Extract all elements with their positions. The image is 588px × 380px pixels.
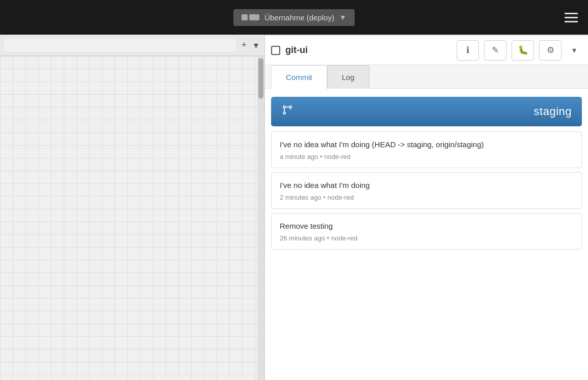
tab-commit[interactable]: Commit [271, 65, 327, 89]
commits-list: I've no idea what I'm doing (HEAD -> sta… [265, 131, 588, 254]
info-icon: ℹ [466, 45, 469, 56]
grid-scrollbar-thumb [258, 58, 263, 99]
hamburger-line-1 [565, 13, 578, 14]
commit-author-0: node-red [324, 153, 351, 160]
left-toolbar: + ▾ [0, 35, 264, 56]
deploy-icon [242, 14, 259, 20]
commit-meta-2: 26 minutes ago • node-red [280, 234, 573, 242]
deploy-chevron-icon: ▼ [339, 13, 346, 21]
hamburger-line-3 [565, 21, 578, 22]
commit-author-1: node-red [327, 194, 354, 201]
commit-author-2: node-red [331, 234, 358, 242]
tab-log[interactable]: Log [327, 65, 369, 89]
repo-header-dropdown[interactable]: ▾ [567, 40, 582, 61]
commit-time-0: a minute ago [280, 153, 318, 160]
commit-separator-2: • [327, 234, 331, 242]
commit-item-1[interactable]: I've no idea what I'm doing 2 minutes ag… [271, 172, 582, 209]
hamburger-line-2 [565, 17, 578, 18]
tab-commit-label: Commit [286, 73, 312, 82]
commit-item-2[interactable]: Remove testing 26 minutes ago • node-red [271, 213, 582, 250]
left-panel: + ▾ [0, 35, 265, 380]
repo-header: git-ui ℹ ✎ 🐛 ⚙ ▾ [265, 36, 588, 65]
commit-time-2: 26 minutes ago [280, 234, 325, 242]
settings-button[interactable]: ⚙ [539, 40, 562, 61]
bug-button[interactable]: 🐛 [512, 40, 534, 61]
branch-name: staging [534, 105, 572, 118]
top-bar: Übernahme (deploy) ▼ [0, 0, 588, 35]
deploy-label: Übernahme (deploy) [264, 13, 334, 22]
tabs-bar: Commit Log [265, 65, 588, 89]
repo-checkbox[interactable] [271, 46, 280, 55]
tab-log-label: Log [342, 73, 355, 82]
hamburger-menu-button[interactable] [565, 13, 578, 22]
commit-time-1: 2 minutes ago [280, 194, 322, 201]
commit-message-0: I've no idea what I'm doing (HEAD -> sta… [280, 139, 573, 150]
right-panel: git-ui ℹ ✎ 🐛 ⚙ ▾ Commit Log [265, 35, 588, 380]
commit-meta-1: 2 minutes ago • node-red [280, 194, 573, 201]
grid-canvas-area [0, 56, 264, 380]
toolbar-dropdown-button[interactable]: ▾ [252, 39, 260, 52]
info-button[interactable]: ℹ [457, 40, 479, 61]
grid-scrollbar[interactable] [257, 56, 264, 380]
deploy-button[interactable]: Übernahme (deploy) ▼ [233, 9, 355, 26]
repo-name: git-ui [285, 45, 451, 56]
flow-grid[interactable] [0, 56, 264, 380]
commit-item-0[interactable]: I've no idea what I'm doing (HEAD -> sta… [271, 131, 582, 168]
settings-icon: ⚙ [547, 45, 554, 56]
main-content: + ▾ git-ui ℹ ✎ 🐛 ⚙ [0, 35, 588, 380]
add-node-button[interactable]: + [239, 39, 249, 51]
commit-message-2: Remove testing [280, 221, 573, 231]
commit-message-1: I've no idea what I'm doing [280, 180, 573, 191]
edit-icon: ✎ [492, 45, 499, 56]
commit-meta-0: a minute ago • node-red [280, 153, 573, 160]
edit-button[interactable]: ✎ [484, 40, 506, 61]
chevron-down-icon: ▾ [572, 45, 576, 55]
commit-separator-0: • [320, 153, 324, 160]
toolbar-label-area [4, 39, 236, 52]
branch-icon [281, 104, 293, 119]
branch-bar[interactable]: staging [271, 97, 582, 126]
bug-icon: 🐛 [518, 45, 528, 56]
